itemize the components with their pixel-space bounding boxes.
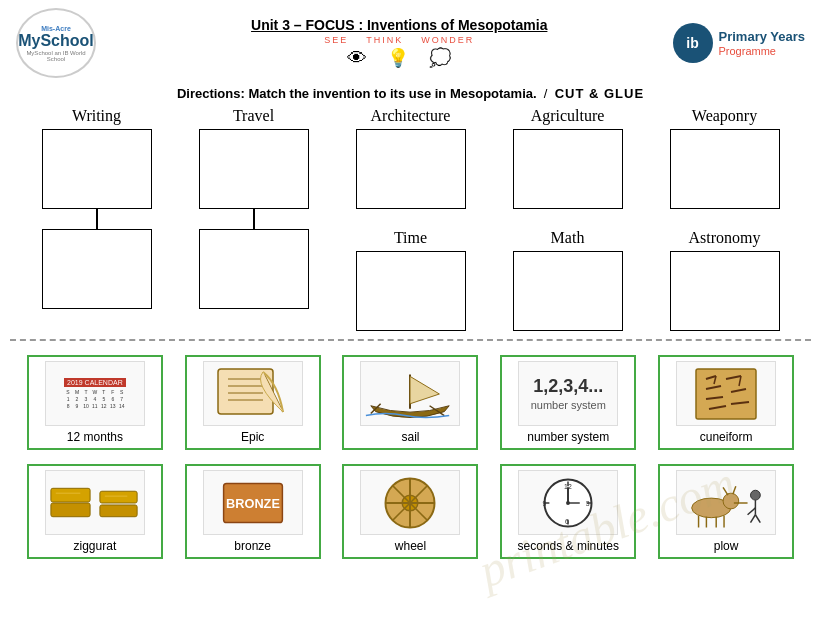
cut-item-wheel: wheel bbox=[342, 464, 478, 559]
cuneiform-label: cuneiform bbox=[700, 430, 753, 444]
cut-items-row1: 2019 CALENDAR SMTWTFS 1234567 8910111213… bbox=[0, 349, 821, 454]
ib-text: Primary Years Programme bbox=[719, 29, 806, 57]
cut-item-12months: 2019 CALENDAR SMTWTFS 1234567 8910111213… bbox=[27, 355, 163, 450]
unit-title: Unit 3 – FOCUS : Inventions of Mesopotam… bbox=[126, 17, 673, 33]
ib-label: ib bbox=[686, 35, 698, 51]
clock-image: 12 3 6 9 bbox=[518, 470, 618, 535]
numbers-label: number system bbox=[527, 430, 609, 444]
math-box bbox=[513, 251, 623, 331]
agriculture-box bbox=[513, 129, 623, 209]
sail-image bbox=[360, 361, 460, 426]
cuneiform-image bbox=[676, 361, 776, 426]
time-box bbox=[356, 251, 466, 331]
cut-items-row2: ziggurat BRONZE bronze wheel bbox=[0, 458, 821, 563]
writing-box-top bbox=[42, 129, 152, 209]
title-area: Unit 3 – FOCUS : Inventions of Mesopotam… bbox=[126, 17, 673, 70]
numbers-image: 1,2,3,4... number system bbox=[518, 361, 618, 426]
directions: Directions: Match the invention to its u… bbox=[0, 86, 821, 101]
svg-text:3: 3 bbox=[586, 499, 590, 506]
header: Mis-Acre MySchool MySchool an IB World S… bbox=[0, 0, 821, 82]
travel-connector bbox=[253, 209, 255, 229]
cut-item-ziggurat: ziggurat bbox=[27, 464, 163, 559]
architecture-column: Architecture Time bbox=[356, 107, 466, 331]
think-label: THINK bbox=[366, 35, 403, 45]
clock-label: seconds & minutes bbox=[518, 539, 619, 553]
travel-label: Travel bbox=[233, 107, 274, 125]
agriculture-column: Agriculture Math bbox=[513, 107, 623, 331]
wheel-image bbox=[360, 470, 460, 535]
logo-main-text: MySchool bbox=[18, 32, 94, 50]
math-label: Math bbox=[551, 229, 585, 247]
ib-primary: Primary Years bbox=[719, 29, 806, 45]
cut-glue-label: CUT & GLUE bbox=[555, 86, 644, 101]
svg-line-57 bbox=[755, 514, 760, 522]
agriculture-label: Agriculture bbox=[531, 107, 605, 125]
epic-label: Epic bbox=[241, 430, 264, 444]
ib-circle: ib bbox=[673, 23, 713, 63]
logo-area: Mis-Acre MySchool MySchool an IB World S… bbox=[16, 8, 126, 78]
stw-row: SEE THINK WONDER bbox=[126, 35, 673, 45]
svg-rect-22 bbox=[100, 504, 137, 516]
stw-icons: 👁 💡 💭 bbox=[126, 47, 673, 70]
astronomy-label: Astronomy bbox=[689, 229, 761, 247]
weaponry-box bbox=[670, 129, 780, 209]
dashed-separator bbox=[10, 339, 811, 341]
astronomy-box bbox=[670, 251, 780, 331]
months-label: 12 months bbox=[67, 430, 123, 444]
cut-item-numbers: 1,2,3,4... number system number system bbox=[500, 355, 636, 450]
svg-line-56 bbox=[751, 514, 756, 522]
bronze-label: bronze bbox=[234, 539, 271, 553]
svg-rect-21 bbox=[100, 491, 137, 503]
time-label: Time bbox=[394, 229, 427, 247]
see-label: SEE bbox=[324, 35, 348, 45]
svg-point-53 bbox=[751, 490, 761, 500]
writing-connector bbox=[96, 209, 98, 229]
travel-box-top bbox=[199, 129, 309, 209]
plow-label: plow bbox=[714, 539, 739, 553]
eye-icon: 👁 bbox=[347, 47, 367, 70]
calendar-image: 2019 CALENDAR SMTWTFS 1234567 8910111213… bbox=[45, 361, 145, 426]
architecture-label: Architecture bbox=[371, 107, 451, 125]
cut-item-plow: plow bbox=[658, 464, 794, 559]
plow-image bbox=[676, 470, 776, 535]
svg-rect-9 bbox=[696, 369, 756, 419]
match-row1: Writing Travel Architecture Time Agricul… bbox=[0, 107, 821, 331]
ziggurat-image bbox=[45, 470, 145, 535]
svg-text:BRONZE: BRONZE bbox=[226, 495, 280, 510]
architecture-box bbox=[356, 129, 466, 209]
lightbulb-icon: 💡 bbox=[387, 47, 409, 70]
svg-point-46 bbox=[723, 493, 739, 509]
cut-item-cuneiform: cuneiform bbox=[658, 355, 794, 450]
svg-line-52 bbox=[733, 486, 736, 494]
logo-sub-text: MySchool an IB World School bbox=[22, 50, 90, 62]
svg-line-51 bbox=[723, 487, 728, 495]
svg-text:6: 6 bbox=[565, 517, 569, 524]
thought-icon: 💭 bbox=[429, 47, 451, 70]
svg-text:9: 9 bbox=[543, 499, 547, 506]
sail-label: sail bbox=[401, 430, 419, 444]
cut-item-clock: 12 3 6 9 seconds & minutes bbox=[500, 464, 636, 559]
ib-badge: ib Primary Years Programme bbox=[673, 23, 806, 63]
svg-rect-19 bbox=[51, 488, 90, 502]
writing-column: Writing bbox=[42, 107, 152, 331]
bronze-image: BRONZE bbox=[203, 470, 303, 535]
cut-item-sail: sail bbox=[342, 355, 478, 450]
travel-column: Travel bbox=[199, 107, 309, 331]
travel-box-bottom bbox=[199, 229, 309, 309]
directions-text: Directions: Match the invention to its u… bbox=[177, 86, 537, 101]
svg-line-55 bbox=[748, 507, 756, 514]
school-logo: Mis-Acre MySchool MySchool an IB World S… bbox=[16, 8, 96, 78]
cut-item-bronze: BRONZE bronze bbox=[185, 464, 321, 559]
cut-item-epic: Epic bbox=[185, 355, 321, 450]
weaponry-label: Weaponry bbox=[692, 107, 757, 125]
writing-label: Writing bbox=[72, 107, 121, 125]
ziggurat-label: ziggurat bbox=[74, 539, 117, 553]
wheel-label: wheel bbox=[395, 539, 426, 553]
writing-box-bottom bbox=[42, 229, 152, 309]
weaponry-column: Weaponry Astronomy bbox=[670, 107, 780, 331]
ib-programme: Programme bbox=[719, 45, 806, 57]
epic-image bbox=[203, 361, 303, 426]
wonder-label: WONDER bbox=[421, 35, 474, 45]
logo-top-text: Mis-Acre bbox=[41, 25, 71, 32]
svg-rect-20 bbox=[51, 503, 90, 517]
